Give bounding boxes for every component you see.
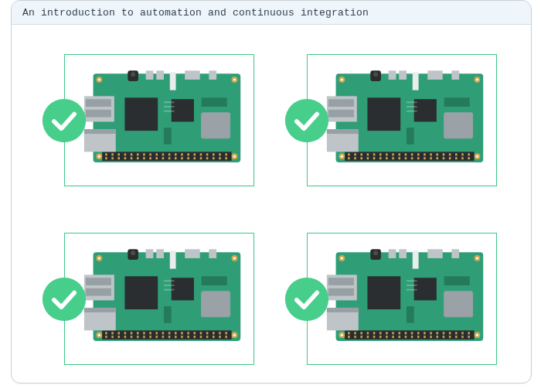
svg-rect-158 (117, 332, 120, 334)
svg-point-223 (341, 334, 343, 336)
svg-rect-210 (202, 276, 227, 285)
svg-rect-198 (86, 288, 111, 296)
svg-rect-16 (124, 153, 127, 155)
svg-rect-57 (146, 70, 154, 80)
svg-rect-15 (117, 157, 120, 159)
svg-rect-240 (392, 332, 394, 334)
svg-rect-267 (327, 308, 359, 312)
svg-rect-177 (175, 336, 177, 338)
svg-rect-246 (411, 332, 413, 334)
svg-rect-51 (84, 129, 116, 134)
svg-rect-208 (202, 291, 230, 317)
svg-rect-176 (175, 332, 177, 334)
svg-rect-139 (407, 128, 414, 144)
svg-rect-94 (386, 153, 388, 155)
svg-rect-254 (437, 332, 439, 334)
svg-point-78 (476, 78, 478, 80)
svg-rect-253 (430, 336, 432, 338)
svg-point-150 (233, 257, 236, 259)
svg-rect-159 (117, 336, 120, 338)
svg-rect-226 (348, 332, 350, 334)
svg-rect-278 (367, 276, 400, 309)
svg-rect-234 (373, 332, 376, 334)
svg-rect-9 (102, 152, 231, 161)
svg-rect-228 (354, 332, 356, 334)
svg-rect-49 (225, 157, 227, 159)
svg-rect-101 (405, 157, 407, 159)
svg-rect-10 (105, 153, 107, 155)
svg-rect-251 (424, 336, 426, 338)
svg-rect-270 (328, 288, 354, 296)
svg-rect-257 (443, 336, 445, 338)
svg-rect-187 (206, 336, 209, 338)
svg-rect-93 (379, 157, 382, 159)
svg-rect-166 (143, 332, 145, 334)
svg-rect-247 (411, 336, 413, 338)
svg-rect-160 (124, 332, 127, 334)
svg-rect-22 (143, 153, 145, 155)
svg-rect-169 (149, 336, 151, 338)
svg-rect-155 (105, 336, 107, 338)
svg-rect-233 (367, 336, 369, 338)
svg-rect-172 (162, 332, 165, 334)
svg-rect-248 (417, 332, 420, 334)
svg-rect-102 (411, 153, 413, 155)
svg-rect-67 (164, 128, 172, 144)
svg-rect-206 (124, 276, 158, 309)
svg-rect-181 (187, 336, 189, 338)
svg-rect-231 (360, 336, 362, 338)
svg-rect-163 (131, 336, 133, 338)
svg-rect-184 (200, 332, 202, 334)
svg-rect-46 (219, 153, 221, 155)
svg-rect-188 (213, 332, 215, 334)
svg-point-77 (341, 78, 343, 80)
svg-rect-280 (444, 291, 473, 317)
svg-rect-106 (424, 153, 426, 155)
svg-rect-162 (131, 332, 133, 334)
svg-rect-135 (414, 99, 437, 121)
svg-rect-82 (348, 153, 350, 155)
svg-rect-161 (124, 336, 127, 338)
svg-rect-47 (219, 157, 221, 159)
svg-point-222 (476, 257, 478, 259)
svg-rect-92 (379, 153, 382, 155)
svg-rect-89 (367, 157, 369, 159)
svg-rect-29 (162, 157, 165, 159)
svg-rect-132 (451, 70, 459, 80)
svg-rect-20 (137, 153, 139, 155)
svg-rect-112 (443, 153, 445, 155)
svg-rect-103 (411, 157, 413, 159)
svg-rect-154 (105, 332, 107, 334)
svg-rect-105 (417, 157, 420, 159)
svg-rect-260 (455, 332, 458, 334)
device-illustration (81, 63, 247, 177)
svg-rect-62 (124, 97, 158, 131)
svg-rect-64 (202, 113, 230, 138)
svg-rect-235 (373, 336, 376, 338)
svg-rect-243 (398, 336, 400, 338)
svg-rect-174 (168, 332, 171, 334)
svg-point-7 (98, 155, 100, 158)
svg-rect-60 (209, 70, 216, 80)
svg-rect-185 (200, 336, 202, 338)
content-area (12, 25, 531, 383)
svg-rect-39 (194, 157, 196, 159)
svg-rect-48 (225, 153, 227, 155)
svg-rect-232 (367, 332, 369, 334)
svg-rect-189 (213, 336, 215, 338)
svg-rect-11 (105, 157, 107, 159)
svg-point-8 (233, 155, 236, 158)
svg-rect-95 (386, 157, 388, 159)
svg-rect-33 (175, 157, 177, 159)
svg-rect-23 (143, 157, 145, 159)
device-illustration (324, 242, 489, 356)
svg-rect-186 (206, 332, 209, 334)
svg-rect-167 (143, 336, 145, 338)
device-illustration (81, 242, 247, 356)
svg-rect-66 (202, 97, 227, 107)
svg-rect-229 (354, 336, 356, 338)
svg-rect-18 (131, 153, 133, 155)
svg-rect-104 (417, 153, 420, 155)
svg-rect-131 (427, 70, 442, 80)
svg-rect-32 (175, 153, 177, 155)
